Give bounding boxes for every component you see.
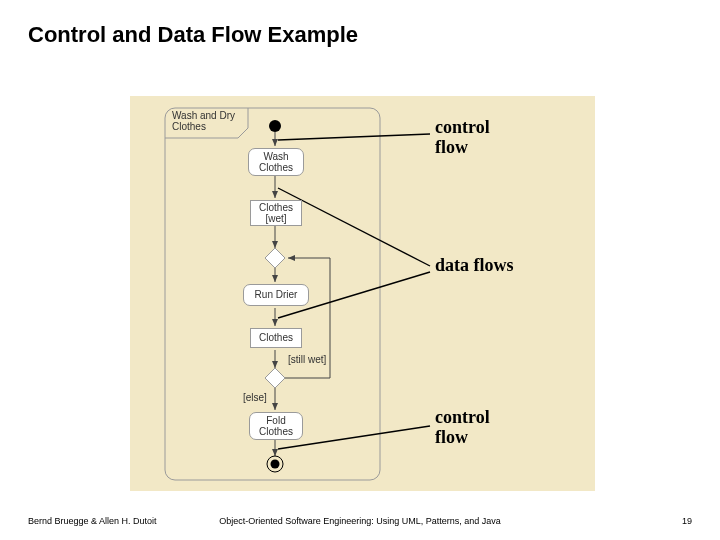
svg-marker-9 xyxy=(265,368,285,388)
diagram-canvas: Wash and Dry Clothes Wash Clothes Clothe… xyxy=(130,96,595,491)
callout-data-flows: data flows xyxy=(435,256,514,276)
object-clothes-wet: Clothes [wet] xyxy=(250,200,302,226)
footer-book-title: Object-Oriented Software Engineering: Us… xyxy=(0,516,720,526)
object-clothes: Clothes xyxy=(250,328,302,348)
guard-else: [else] xyxy=(243,392,267,403)
activity-wash-clothes: Wash Clothes xyxy=(248,148,304,176)
frame-label: Wash and Dry Clothes xyxy=(172,110,235,132)
callout-control-flow-top: control flow xyxy=(435,118,490,158)
guard-still-wet: [still wet] xyxy=(288,354,326,365)
svg-point-13 xyxy=(271,460,280,469)
activity-run-drier: Run Drier xyxy=(243,284,309,306)
page-title: Control and Data Flow Example xyxy=(28,22,358,48)
callout-control-flow-bottom: control flow xyxy=(435,408,490,448)
footer-page-number: 19 xyxy=(682,516,692,526)
diagram-svg xyxy=(130,96,595,491)
svg-line-14 xyxy=(278,134,430,140)
activity-fold-clothes: Fold Clothes xyxy=(249,412,303,440)
svg-point-1 xyxy=(269,120,281,132)
svg-marker-5 xyxy=(265,248,285,268)
